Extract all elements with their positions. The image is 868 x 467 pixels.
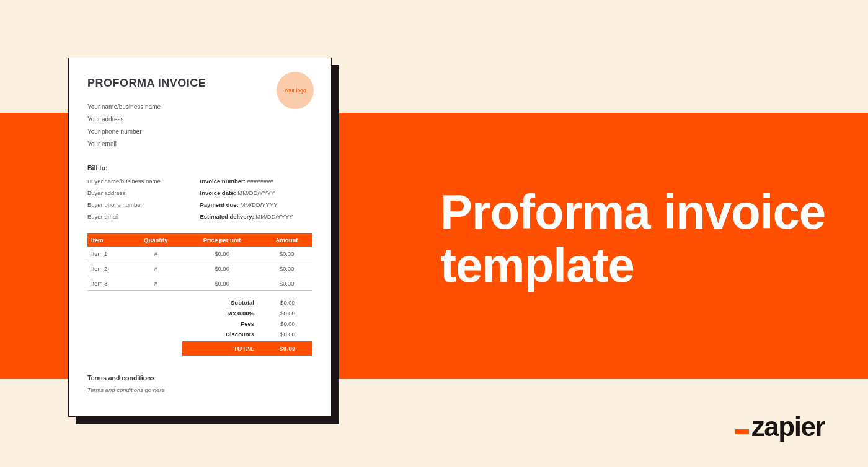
terms-body: Terms and conditions go here [87,386,312,393]
invoice-number-label: Invoice number: [200,178,246,185]
th-quantity: Quantity [129,234,184,247]
invoice-number: ######## [247,178,273,185]
th-amount: Amount [261,234,312,247]
tax-label: Tax 0.00% [195,310,263,316]
discounts-value: $0.00 [263,331,312,338]
table-row: Item 1 # $0.00 $0.00 [87,247,312,261]
buyer-email: Buyer email [87,211,200,222]
terms-heading: Terms and conditions [87,374,312,382]
fees-value: $0.00 [263,320,312,327]
buyer-name: Buyer name/business name [87,175,200,187]
cell-qty: # [129,261,184,276]
subtotal-value: $0.00 [263,299,312,306]
total-label: TOTAL [195,345,263,352]
cell-amount: $0.00 [261,247,312,261]
sender-address: Your address [87,113,312,126]
cell-qty: # [129,276,184,291]
subtotal-label: Subtotal [195,299,263,306]
fees-label: Fees [195,320,263,327]
terms-section: Terms and conditions Terms and condition… [87,374,312,393]
invoice-page: PROFORMA INVOICE Your logo Your name/bus… [68,58,332,417]
brand-name: zapier [751,411,825,442]
table-row: Item 2 # $0.00 $0.00 [87,261,312,276]
sender-phone: Your phone number [87,126,312,138]
th-item: Item [87,234,129,247]
cell-qty: # [129,247,184,261]
buyer-address: Buyer address [87,187,200,199]
th-price: Price per unit [183,234,261,247]
total-value: $0.00 [263,345,312,352]
tax-value: $0.00 [263,310,312,316]
invoice-date-label: Invoice date: [200,190,236,196]
estimated-delivery-label: Estimated delivery: [200,213,254,220]
sender-name: Your name/business name [87,101,312,113]
sender-email: Your email [87,138,312,151]
bill-to-label: Bill to: [87,164,312,172]
table-row: Item 3 # $0.00 $0.00 [87,276,312,291]
hero-line1: Proforma invoice [440,186,825,239]
sender-block: Your name/business name Your address You… [87,101,312,151]
brand-logo: zapier [735,411,825,442]
bill-section: Bill to: Buyer name/business name Buyer … [87,164,312,222]
buyer-phone: Buyer phone number [87,199,200,211]
items-table: Item Quantity Price per unit Amount Item… [87,234,312,291]
invoice-date: MM/DD/YYYY [237,190,275,196]
logo-placeholder: Your logo [277,72,314,109]
invoice-meta: Invoice number: ######## Invoice date: M… [200,175,313,222]
hero-line2: template [440,239,825,292]
buyer-block: Buyer name/business name Buyer address B… [87,175,200,222]
cell-item: Item 1 [87,247,129,261]
cell-amount: $0.00 [261,276,312,291]
discounts-label: Discounts [195,331,263,338]
hero-title: Proforma invoice template [440,186,825,292]
cell-item: Item 2 [87,261,129,276]
cell-price: $0.00 [183,247,261,261]
cell-price: $0.00 [183,276,261,291]
payment-due: MM/DD/YYYY [240,201,277,208]
payment-due-label: Payment due: [200,201,239,208]
cell-amount: $0.00 [261,261,312,276]
cell-item: Item 3 [87,276,129,291]
brand-underscore-icon [735,429,749,434]
estimated-delivery: MM/DD/YYYY [255,213,293,220]
totals-block: Subtotal $0.00 Tax 0.00% $0.00 Fees $0.0… [87,297,312,356]
cell-price: $0.00 [183,261,261,276]
